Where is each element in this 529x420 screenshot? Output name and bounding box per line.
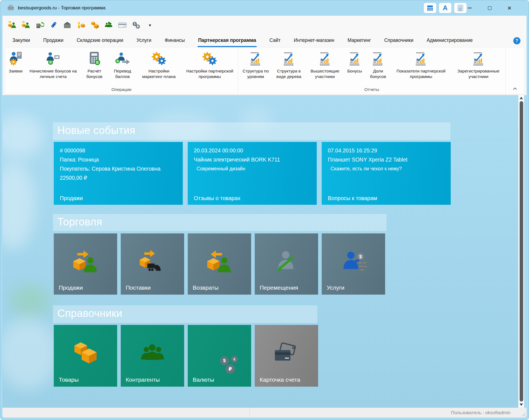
calculator-icon xyxy=(457,5,464,11)
tab-purchases[interactable]: Закупки xyxy=(12,36,31,47)
report-chart-icon xyxy=(348,50,362,67)
vertical-scrollbar[interactable] xyxy=(518,95,524,408)
maximize-icon xyxy=(488,6,492,10)
tab-services[interactable]: Услуги xyxy=(136,36,152,47)
tile-footer: Отзывы о товарах xyxy=(194,195,240,201)
tab-online-store[interactable]: Интернет-магазин xyxy=(293,36,335,47)
section-new-events: Новые события xyxy=(53,122,450,140)
scrollbar-thumb[interactable] xyxy=(520,101,523,402)
scroll-down-icon[interactable] xyxy=(520,403,523,406)
status-bar: Пользователь : oksoftadmin xyxy=(2,408,527,418)
tile-footer: Вопросы к товарам xyxy=(328,195,377,201)
payment-card-icon[interactable] xyxy=(117,19,128,31)
returns-icon xyxy=(206,250,233,273)
maximize-button[interactable] xyxy=(486,5,493,11)
svg-text:$: $ xyxy=(359,254,362,259)
tab-administration[interactable]: Администрирование xyxy=(426,36,473,47)
call-icon[interactable] xyxy=(48,19,59,31)
stock-in-out-icon[interactable] xyxy=(75,19,87,31)
ribbon-group-reports: Структура по уровням Структура в виде де… xyxy=(238,47,505,94)
customer-return-icon[interactable] xyxy=(20,19,32,31)
requests-icon xyxy=(8,50,23,67)
tile-transfers[interactable]: Перемещения xyxy=(255,233,318,295)
settings-gears-icon xyxy=(202,50,217,67)
tile-footer: Продажи xyxy=(60,195,83,201)
toolbar-overflow-icon[interactable]: ▾ xyxy=(144,19,156,31)
window-title: bestsupergoods.ru - Торговая программа xyxy=(18,5,105,11)
tile-account-card[interactable]: Карточка счета xyxy=(255,325,318,387)
currencies-icon[interactable]: $ ₽ xyxy=(130,19,142,31)
ribbon-item-bonuses[interactable]: Бонусы xyxy=(344,50,366,74)
tile-goods[interactable]: Товары xyxy=(54,325,117,387)
tab-sales[interactable]: Продажи xyxy=(43,36,64,47)
start-page: Новые события # 0000098 Папка: Розница П… xyxy=(2,95,518,408)
font-button[interactable]: A xyxy=(439,3,452,13)
supplies-icon xyxy=(139,250,166,273)
ribbon-chrome: $ ₽ ▾ Закупки Продажи Складские операции… xyxy=(2,16,527,95)
tile-currencies[interactable]: $ € ₽ Валюты xyxy=(188,325,251,387)
section-trade: Торговля xyxy=(53,214,386,231)
contractors-icon xyxy=(139,343,166,364)
calculator-button[interactable] xyxy=(454,3,467,13)
customer-order-icon[interactable] xyxy=(6,19,18,31)
tab-site[interactable]: Сайт xyxy=(269,36,281,47)
app-window: bestsupergoods.ru - Торговая программа A xyxy=(0,0,529,420)
transfers-icon xyxy=(273,250,300,273)
report-chart-icon xyxy=(282,50,296,67)
tile-services[interactable]: $ Услуги xyxy=(322,233,385,295)
minimize-button[interactable] xyxy=(466,5,473,11)
settings-gears-icon xyxy=(152,50,167,67)
minimize-icon xyxy=(468,8,472,8)
tile-contractors[interactable]: Контрагенты xyxy=(121,325,184,387)
report-chart-icon xyxy=(318,50,332,67)
points-transfer-icon xyxy=(115,50,130,67)
event-tile-review[interactable]: 20.03.2024 00:00:00 Чайник электрический… xyxy=(188,142,317,205)
status-left-segment xyxy=(2,408,250,418)
section-directories: Справочники xyxy=(53,305,317,323)
partners-icon[interactable] xyxy=(103,19,114,31)
ribbon-item-structure-tree[interactable]: Структура в виде дерева xyxy=(272,50,306,80)
tab-marketing[interactable]: Маркетинг xyxy=(347,36,372,47)
dollar-coin-icon: $ xyxy=(220,356,229,365)
ribbon-group-label: Операции xyxy=(5,87,238,94)
ribbon-group-label: Отчеты xyxy=(238,87,505,94)
ribbon-item-marketing-plan-settings[interactable]: Настройки маркетинг-плана xyxy=(136,50,181,80)
ribbon-collapse-button[interactable] xyxy=(505,47,524,94)
close-button[interactable]: ✕ xyxy=(506,5,513,11)
help-button[interactable]: ? xyxy=(513,37,520,44)
quick-toolbar: $ ₽ ▾ xyxy=(6,17,156,33)
ribbon-item-requests[interactable]: Заявки xyxy=(5,50,26,74)
svg-text:₽: ₽ xyxy=(137,25,139,28)
ribbon-item-upline-members[interactable]: Вышестоящие участники xyxy=(306,50,344,80)
ribbon-item-bonus-shares[interactable]: Доли бонусов xyxy=(366,50,391,80)
event-tile-sale[interactable]: # 0000098 Папка: Розница Покупатель: Сер… xyxy=(54,142,183,205)
ribbon-item-partner-program-indicators[interactable]: Показатели партнерской программы xyxy=(390,50,452,80)
organization-exchange-icon[interactable] xyxy=(34,19,45,31)
ribbon-item-points-transfer[interactable]: Перевод баллов xyxy=(109,50,136,80)
goods-icon[interactable] xyxy=(89,19,101,31)
ribbon: Заявки Начисление бонусов на личные счет… xyxy=(5,47,524,95)
layout-grid-button[interactable] xyxy=(424,3,436,13)
ribbon-item-structure-by-levels[interactable]: Структура по уровням xyxy=(240,50,272,80)
tab-finance[interactable]: Финансы xyxy=(164,36,185,47)
ribbon-item-bonus-accrual[interactable]: Начисление бонусов на личные счета xyxy=(26,50,80,80)
report-chart-icon xyxy=(472,50,485,67)
tab-partner-program[interactable]: Партнерская программа xyxy=(198,36,257,47)
warehouse-icon[interactable] xyxy=(61,19,73,31)
euro-coin-icon: € xyxy=(231,356,238,363)
event-tile-question[interactable]: 07.04.2015 16:25:29 Планшет SONY Xperia … xyxy=(322,142,451,205)
tab-warehouse-operations[interactable]: Складские операции xyxy=(76,36,124,47)
scroll-up-icon[interactable] xyxy=(520,97,523,99)
ribbon-item-partner-program-settings[interactable]: Настройки партнерской программы xyxy=(182,50,238,80)
section-title: Новые события xyxy=(53,122,450,136)
tile-sales[interactable]: Продажи xyxy=(54,233,117,295)
tile-supplies[interactable]: Поставки xyxy=(121,233,184,295)
sales-icon xyxy=(72,250,99,273)
ribbon-item-bonus-calculation[interactable]: Расчёт бонусов xyxy=(80,50,109,80)
tab-directories[interactable]: Справочники xyxy=(384,36,414,47)
ribbon-group-operations: Заявки Начисление бонусов на личные счет… xyxy=(5,47,238,94)
bonus-accrual-icon xyxy=(46,50,61,67)
user-status: Пользователь : oksoftadmin xyxy=(250,410,527,416)
tile-returns[interactable]: Возвраты xyxy=(188,233,251,295)
ribbon-item-registered-members[interactable]: Зарегистрированные участники xyxy=(452,50,505,80)
